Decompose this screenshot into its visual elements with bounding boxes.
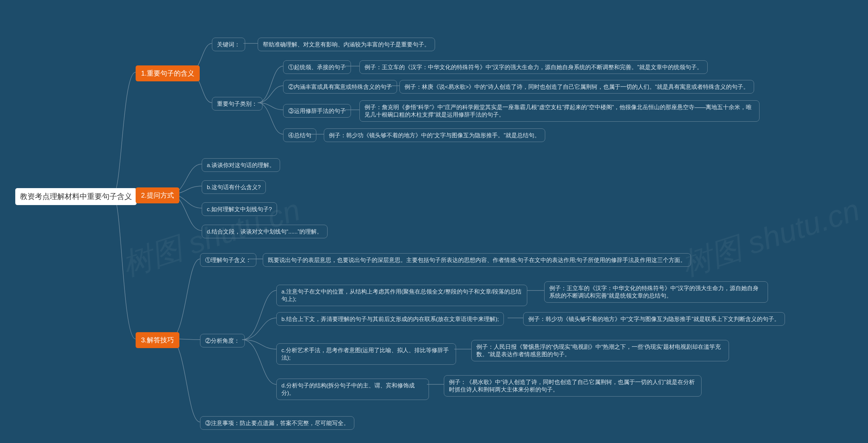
- b2-c[interactable]: c.如何理解文中划线句子?: [202, 202, 277, 216]
- b2-d[interactable]: d.结合文段，谈谈对文中划线句“......”的理解。: [202, 225, 328, 238]
- branch-2[interactable]: 2.提问方式: [136, 187, 179, 203]
- b3-a[interactable]: a.注意句子在文中的位置，从结构上考虑其作用(聚焦在总领全文/整段的句子和文章/…: [276, 285, 527, 306]
- b1-keyword-desc[interactable]: 帮助准确理解、对文意有影响、内涵较为丰富的句子是重要句子。: [258, 38, 435, 51]
- watermark: 树图 shutu.cn: [676, 189, 865, 286]
- b3-meaning-desc[interactable]: 既要说出句子的表层意思，也要说出句子的深层意思。主要包括句子所表达的思想内容、作…: [263, 253, 691, 267]
- branch-1[interactable]: 1.重要句子的含义: [136, 65, 200, 81]
- b2-a[interactable]: a.谈谈你对这句话的理解。: [202, 158, 280, 172]
- b1-type-1-ex[interactable]: 例子：王立车的《汉字：中华文化的特殊符号》中“汉字的强大生命力，源自她自身系统的…: [359, 60, 708, 74]
- b1-type-2[interactable]: ②内涵丰富或具有寓意或特殊含义的句子: [283, 80, 397, 94]
- b1-type-3-ex[interactable]: 例子：詹克明《参悟“科学”》中“庄严的科学殿堂其实是一座靠霸几根“虚空支柱”撑起…: [359, 100, 760, 122]
- b3-b-ex[interactable]: 例子：韩少功《镜头够不着的地方》中“文字与图像互为隐形推手”就是联系上下文判断含…: [523, 312, 785, 326]
- b2-b[interactable]: b.这句话有什么含义?: [202, 180, 266, 194]
- b3-meaning[interactable]: ①理解句子含义：: [200, 253, 256, 267]
- b3-c[interactable]: c.分析艺术手法，思考作者意图(运用了比喻、拟人、排比等修辞手法);: [276, 343, 456, 365]
- b3-d[interactable]: d.分析句子的结构(拆分句子中的主、谓、宾和修饰成分)。: [276, 379, 429, 400]
- b3-analysis[interactable]: ②分析角度：: [200, 334, 245, 347]
- b1-type-4[interactable]: ④总结句: [283, 128, 316, 142]
- b3-d-ex[interactable]: 例子：《易水歌》中“诗人创造了诗，同时也创造了自己它属荆轲，也属于一切的人们”就…: [444, 375, 702, 397]
- b3-a-ex[interactable]: 例子：王立车的《汉字：中华文化的特殊符号》中“汉字的强大生命力，源自她自身系统的…: [544, 281, 768, 303]
- b3-b[interactable]: b.结合上下文，弄清要理解的句子与其前后文形成的内在联系(放在文章语境中来理解)…: [276, 312, 504, 326]
- branch-3[interactable]: 3.解答技巧: [136, 332, 179, 348]
- b1-keyword[interactable]: 关键词：: [212, 38, 245, 51]
- b1-category[interactable]: 重要句子类别：: [212, 97, 262, 110]
- b3-notice[interactable]: ③注意事项：防止要点遗漏，答案不完整，尽可能写全。: [200, 416, 354, 430]
- b1-type-4-ex[interactable]: 例子：韩少功《镜头够不着的地方》中的“文字与图像互为隐形推手。”就是总结句。: [324, 128, 545, 142]
- b3-c-ex[interactable]: 例子：人民日报《警惕悬浮的“伪现实”电视剧》中“热潮之下，一些‘伪现实’题材电视…: [471, 340, 729, 361]
- b1-type-2-ex[interactable]: 例子：林庚《说<易水歌>》中的“诗人创造了诗，同时也创造了自己它属荆轲，也属于一…: [399, 80, 754, 94]
- b1-type-1[interactable]: ①起统领、承接的句子: [283, 60, 351, 74]
- root-node[interactable]: 教资考点理解材料中重要句子含义: [15, 188, 137, 205]
- b1-type-3[interactable]: ③运用修辞手法的句子: [283, 104, 351, 118]
- mindmap-canvas: 树图 shutu.cn 树图 shutu.cn: [0, 0, 868, 443]
